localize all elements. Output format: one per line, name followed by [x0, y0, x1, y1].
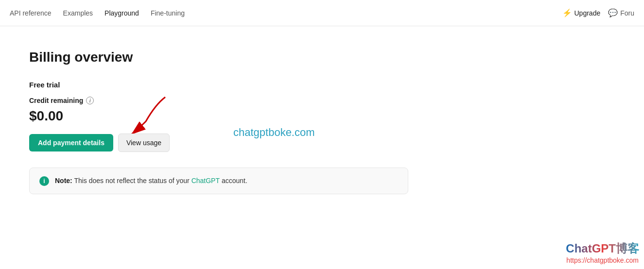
- upgrade-label: Upgrade: [574, 9, 601, 17]
- nav-right-section: ⚡ Upgrade 💬 Foru: [562, 8, 635, 17]
- upgrade-button[interactable]: ⚡ Upgrade: [562, 8, 601, 17]
- button-section: Add payment details View usage: [29, 134, 408, 152]
- credit-amount: $0.00: [29, 108, 408, 124]
- chatgpt-link[interactable]: ChatGPT: [191, 177, 220, 185]
- top-navigation: API reference Examples Playground Fine-t…: [0, 0, 644, 26]
- nav-fine-tuning[interactable]: Fine-tuning: [151, 7, 185, 19]
- note-prefix: Note:: [55, 177, 72, 185]
- credit-label: Credit remaining i: [29, 97, 408, 104]
- note-box: i Note: This does not reflect the status…: [29, 168, 408, 194]
- nav-playground[interactable]: Playground: [104, 7, 139, 19]
- nav-api-reference[interactable]: API reference: [10, 7, 52, 19]
- main-content: Billing overview Free trial Credit remai…: [0, 26, 437, 218]
- info-icon[interactable]: i: [86, 97, 94, 104]
- forum-button[interactable]: 💬 Foru: [608, 8, 634, 17]
- note-body: This does not reflect the status of your: [74, 177, 191, 185]
- note-text: Note: This does not reflect the status o…: [55, 176, 247, 186]
- credit-label-text: Credit remaining: [29, 97, 83, 104]
- chat-icon: 💬: [608, 8, 618, 17]
- view-usage-button[interactable]: View usage: [118, 134, 170, 152]
- action-buttons: Add payment details View usage: [29, 134, 408, 152]
- add-payment-button[interactable]: Add payment details: [29, 134, 113, 151]
- note-suffix: account.: [222, 177, 247, 185]
- page-title: Billing overview: [29, 50, 408, 65]
- section-label: Free trial: [29, 81, 408, 89]
- forum-label: Foru: [620, 9, 634, 17]
- lightning-icon: ⚡: [562, 8, 572, 17]
- info-circle-icon: i: [39, 176, 49, 186]
- nav-examples[interactable]: Examples: [63, 7, 93, 19]
